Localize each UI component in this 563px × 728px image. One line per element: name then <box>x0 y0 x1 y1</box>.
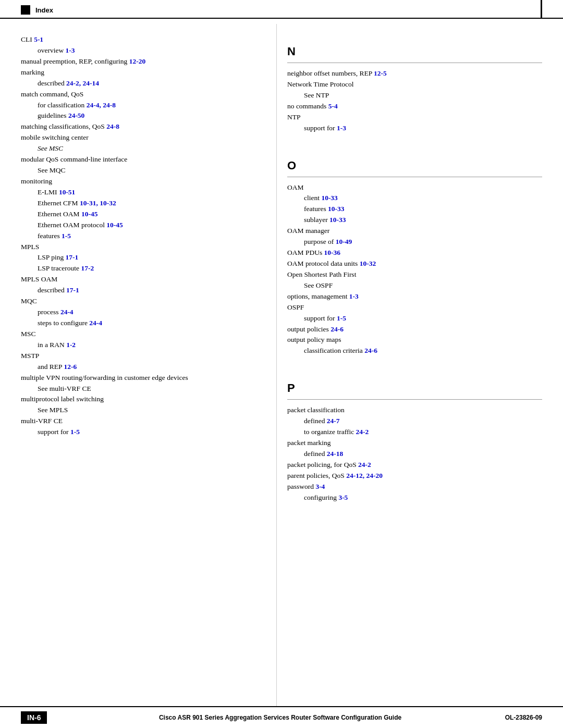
list-item: E-LMI 10-51 <box>21 187 261 198</box>
list-item: multiprotocol label switching <box>21 394 261 405</box>
list-item: MSTP <box>21 351 261 362</box>
section-divider <box>287 399 542 400</box>
index-section-p: Ppacket classificationdefined 24-7to org… <box>287 366 542 503</box>
index-link[interactable]: 24-2 <box>358 461 371 468</box>
index-link[interactable]: 1-2 <box>66 341 76 349</box>
index-link[interactable]: 24-6 <box>364 347 377 354</box>
index-link[interactable]: 24-2, 24-14 <box>66 79 99 87</box>
list-item: packet classification <box>287 405 542 416</box>
section-header-p: P <box>287 381 542 395</box>
list-item: OAM protocol data units 10-32 <box>287 258 542 269</box>
index-link[interactable]: 1-3 <box>349 292 359 300</box>
index-link[interactable]: 24-50 <box>68 112 85 119</box>
index-link[interactable]: 1-3 <box>66 46 75 54</box>
index-link[interactable]: 12-6 <box>64 363 77 371</box>
list-item: matching classifications, QoS 24-8 <box>21 121 261 132</box>
index-link[interactable]: 10-32 <box>360 260 376 267</box>
list-item: in a RAN 1-2 <box>21 340 261 351</box>
index-link[interactable]: 24-4 <box>89 319 102 327</box>
index-link[interactable]: 24-8 <box>106 122 119 130</box>
list-item: defined 24-18 <box>287 449 542 460</box>
index-link[interactable]: 5-1 <box>34 35 43 43</box>
index-link[interactable]: 12-5 <box>374 69 387 77</box>
list-item: steps to configure 24-4 <box>21 318 261 329</box>
list-item: NTP <box>287 112 542 123</box>
index-link[interactable]: 5-4 <box>328 102 338 110</box>
index-link[interactable]: 10-45 <box>81 210 98 218</box>
index-link[interactable]: 1-5 <box>70 428 80 436</box>
content-area: CLI 5-1overview 1-3manual preemption, RE… <box>0 19 563 706</box>
list-item: monitoring <box>21 176 261 187</box>
list-item: packet policing, for QoS 24-2 <box>287 460 542 471</box>
list-item: OSPF <box>287 302 542 313</box>
index-section-o: OOAMclient 10-33features 10-33sublayer 1… <box>287 143 542 357</box>
index-link[interactable]: 10-33 <box>329 216 346 224</box>
index-link[interactable]: 10-31, 10-32 <box>80 199 116 207</box>
index-link[interactable]: 10-45 <box>106 221 123 229</box>
list-item: Ethernet OAM protocol 10-45 <box>21 220 261 231</box>
index-link[interactable]: 24-18 <box>327 450 344 458</box>
list-item: See MQC <box>21 165 261 176</box>
index-link[interactable]: 1-5 <box>62 232 71 240</box>
list-item: neighbor offset numbers, REP 12-5 <box>287 68 542 79</box>
left-entries: CLI 5-1overview 1-3manual preemption, RE… <box>21 34 261 438</box>
index-link[interactable]: 24-12, 24-20 <box>346 472 383 479</box>
left-column: CLI 5-1overview 1-3manual preemption, RE… <box>21 24 276 706</box>
list-item: OAM <box>287 182 542 193</box>
list-item: parent policies, QoS 24-12, 24-20 <box>287 471 542 482</box>
index-link[interactable]: 10-36 <box>324 249 341 256</box>
index-link[interactable]: 24-7 <box>327 417 340 425</box>
list-item: sublayer 10-33 <box>287 215 542 226</box>
footer-center: Cisco ASR 901 Series Aggregation Service… <box>55 714 505 721</box>
list-item: features 1-5 <box>21 231 261 242</box>
index-link[interactable]: 24-4 <box>60 308 74 316</box>
section-divider <box>287 177 542 177</box>
index-link[interactable]: 10-51 <box>59 188 76 196</box>
list-item: no commands 5-4 <box>287 101 542 112</box>
index-link[interactable]: 24-4, 24-8 <box>87 101 116 109</box>
list-item: output policy maps <box>287 335 542 346</box>
list-item: CLI 5-1 <box>21 34 261 45</box>
index-link[interactable]: 17-2 <box>81 264 94 272</box>
list-item: purpose of 10-49 <box>287 237 542 248</box>
footer: IN-6 Cisco ASR 901 Series Aggregation Se… <box>0 706 563 728</box>
index-link[interactable]: 12-20 <box>129 57 146 65</box>
header-label: Index <box>35 6 53 14</box>
list-item: password 3-4 <box>287 482 542 492</box>
list-item: See multi-VRF CE <box>21 384 261 394</box>
index-link[interactable]: 10-49 <box>336 238 352 245</box>
index-link[interactable]: 17-1 <box>66 253 79 261</box>
list-item: manual preemption, REP, configuring 12-2… <box>21 56 261 67</box>
index-link[interactable]: 24-6 <box>331 325 344 333</box>
index-link[interactable]: 1-3 <box>337 124 346 132</box>
list-item: OAM PDUs 10-36 <box>287 248 542 258</box>
index-link[interactable]: 24-2 <box>356 428 369 436</box>
list-item: to organize traffic 24-2 <box>287 427 542 438</box>
section-header-n: N <box>287 45 542 58</box>
list-item: for classification 24-4, 24-8 <box>21 100 261 111</box>
footer-right: OL-23826-09 <box>505 714 542 721</box>
list-item: client 10-33 <box>287 193 542 204</box>
list-item: See NTP <box>287 90 542 101</box>
list-item: packet marking <box>287 438 542 449</box>
index-link[interactable]: 3-4 <box>315 483 325 490</box>
page-number: IN-6 <box>21 711 47 724</box>
list-item: MPLS OAM <box>21 274 261 285</box>
list-item: LSP ping 17-1 <box>21 252 261 263</box>
list-item: described 24-2, 24-14 <box>21 78 261 89</box>
index-link[interactable]: 1-5 <box>337 314 346 322</box>
list-item: classification criteria 24-6 <box>287 346 542 356</box>
index-link[interactable]: 10-33 <box>328 205 345 213</box>
list-item: support for 1-5 <box>21 427 261 438</box>
list-item: marking <box>21 67 261 78</box>
list-item: See MPLS <box>21 405 261 416</box>
list-item: MPLS <box>21 242 261 253</box>
index-link[interactable]: 3-5 <box>338 493 348 501</box>
list-item: defined 24-7 <box>287 416 542 427</box>
index-link[interactable]: 17-1 <box>66 286 79 294</box>
list-item: MQC <box>21 296 261 307</box>
list-item: configuring 3-5 <box>287 492 542 503</box>
section-header-o: O <box>287 159 542 172</box>
index-link[interactable]: 10-33 <box>321 194 338 202</box>
list-item: support for 1-5 <box>287 313 542 324</box>
